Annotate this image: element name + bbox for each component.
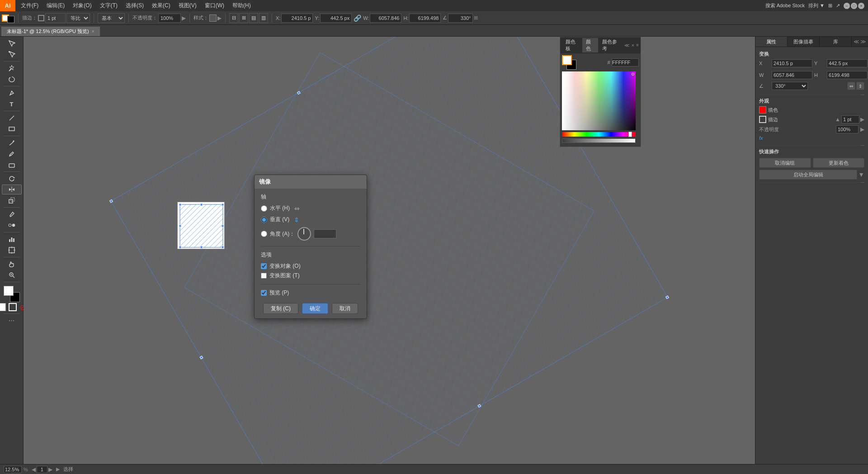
color-fg-swatch[interactable] [562, 55, 572, 65]
tool-type[interactable]: T [2, 99, 22, 109]
tab-main[interactable]: 未标题-1* @ 12.5% (RGB/GPU 预览) × [1, 26, 100, 36]
align-h-center[interactable]: ⊟ [229, 13, 238, 23]
menu-share[interactable]: ↗ [836, 3, 840, 9]
tool-more[interactable]: ··· [2, 316, 22, 326]
ok-button[interactable]: 确定 [302, 303, 328, 314]
hue-slider[interactable] [562, 132, 636, 137]
window-close[interactable]: × [858, 3, 864, 9]
color-gradient[interactable] [562, 71, 636, 130]
tool-artboard[interactable] [2, 245, 22, 255]
appearance-more[interactable]: ··· [860, 142, 864, 148]
cancel-group-btn[interactable]: 取消编组 [759, 158, 811, 168]
page-input[interactable] [37, 466, 47, 473]
play-btn[interactable]: ▶ [56, 466, 60, 472]
preview-checkbox[interactable] [261, 290, 267, 296]
canvas-area[interactable]: 颜色板 颜色 颜色参考 ≪ × ≡ # [24, 37, 755, 464]
panel-collapse-right[interactable]: ≫ [860, 38, 866, 45]
prop-x-input[interactable] [772, 59, 812, 67]
menu-effect[interactable]: 效果(C) [148, 1, 174, 10]
vertical-radio[interactable] [261, 217, 267, 223]
stroke-decrease[interactable]: ▲ [835, 116, 840, 123]
color-panel-collapse[interactable]: ≪ [624, 43, 630, 48]
ai-logo[interactable]: Ai [0, 0, 15, 11]
style-arrow[interactable]: ▶ [217, 15, 222, 21]
stroke-increase[interactable]: ▶ [860, 116, 864, 123]
menu-window[interactable]: 窗口(W) [201, 1, 228, 10]
global-edit-btn[interactable]: 启动全局编辑 [759, 170, 857, 180]
opacity-expand[interactable]: ▶ [860, 126, 864, 133]
fx-label[interactable]: fx [759, 135, 763, 141]
hex-input[interactable] [612, 58, 639, 66]
window-minimize[interactable]: − [844, 3, 850, 9]
fill-indicator[interactable] [0, 303, 6, 311]
global-edit-dropdown[interactable]: ▼ [858, 171, 864, 178]
angle-input[interactable] [448, 14, 473, 23]
tool-transform[interactable] [2, 195, 22, 205]
tool-lasso[interactable] [2, 74, 22, 84]
nav-prev[interactable]: ◀ [32, 466, 36, 473]
y-input[interactable] [320, 14, 352, 23]
opacity-input[interactable] [158, 14, 181, 23]
h-input[interactable] [409, 14, 441, 23]
tool-rectangle[interactable] [2, 124, 22, 134]
flip-v-btn[interactable]: ⇕ [856, 82, 864, 90]
zoom-input[interactable] [4, 466, 22, 473]
cancel-button[interactable]: 取消 [332, 303, 358, 314]
toolbar-fill-color[interactable] [7, 16, 14, 23]
tool-rotate[interactable] [2, 174, 22, 184]
menu-help[interactable]: 帮助(H) [229, 1, 255, 10]
menu-text[interactable]: 文字(T) [96, 1, 121, 10]
angle-arrows[interactable]: ⊞ [474, 15, 478, 21]
style-swatch[interactable] [209, 14, 217, 22]
prop-h-input[interactable] [827, 71, 868, 79]
cp-tab-color[interactable]: 颜色 [582, 38, 598, 52]
toolbar-stroke-swatch[interactable] [38, 15, 44, 21]
x-input[interactable] [281, 14, 313, 23]
fill-swatch[interactable] [759, 106, 766, 114]
angle-radio[interactable] [261, 231, 267, 237]
angle-dial[interactable] [297, 227, 311, 241]
prop-angle-select[interactable]: 330° [772, 82, 808, 90]
window-maximize[interactable]: □ [851, 3, 857, 9]
opacity-input-rp[interactable] [836, 125, 859, 133]
tool-paintbrush[interactable] [2, 138, 22, 148]
stroke-width-input[interactable] [841, 115, 859, 123]
quick-actions-more[interactable]: ··· [860, 180, 864, 185]
tab-close[interactable]: × [92, 29, 94, 34]
menu-select[interactable]: 选择(S) [122, 1, 147, 10]
tool-reflect[interactable] [2, 185, 22, 194]
transform-more[interactable]: ··· [860, 92, 864, 97]
align-left[interactable]: ▤ [249, 13, 258, 23]
panel-collapse-left[interactable]: ≪ [854, 38, 859, 45]
w-input[interactable] [370, 14, 401, 23]
fill-type-select[interactable]: 基本 [98, 13, 125, 23]
color-panel-menu[interactable]: ≡ [636, 43, 639, 48]
menu-search-stock[interactable]: 搜索 Adobe Stock [765, 2, 805, 9]
menu-view[interactable]: 视图(V) [175, 1, 200, 10]
tool-blend[interactable] [2, 220, 22, 230]
flip-h-btn[interactable]: ⇔ [847, 82, 855, 90]
alpha-slider[interactable] [562, 138, 636, 143]
cp-tab-swatches[interactable]: 颜色板 [562, 38, 582, 52]
transform-objects-checkbox[interactable] [261, 263, 267, 269]
stroke-width-input[interactable] [45, 13, 66, 23]
copy-button[interactable]: 复制 (C) [263, 303, 298, 314]
align-right[interactable]: ▥ [259, 13, 268, 23]
align-v-center[interactable]: ⊞ [239, 13, 248, 23]
tool-zoom[interactable] [2, 270, 22, 280]
horizontal-radio[interactable] [261, 205, 267, 212]
tool-magic-wand[interactable] [2, 63, 22, 73]
tool-direct-select[interactable] [2, 49, 22, 59]
rp-tab-properties[interactable]: 属性 [755, 37, 788, 47]
rp-tab-image-trace[interactable]: 图像描摹 [788, 37, 820, 47]
foreground-color[interactable] [4, 286, 14, 296]
tool-pen[interactable] [2, 88, 22, 98]
tool-select[interactable] [2, 38, 22, 48]
transform-pattern-checkbox[interactable] [261, 273, 267, 279]
link-proportions[interactable]: 🔗 [354, 14, 361, 22]
tool-eyedropper[interactable] [2, 209, 22, 219]
rp-tab-library[interactable]: 库 [820, 37, 852, 47]
cp-tab-reference[interactable]: 颜色参考 [599, 38, 623, 52]
angle-input-field[interactable]: 90° [314, 229, 336, 238]
opacity-arrow[interactable]: ▶ [182, 15, 186, 21]
